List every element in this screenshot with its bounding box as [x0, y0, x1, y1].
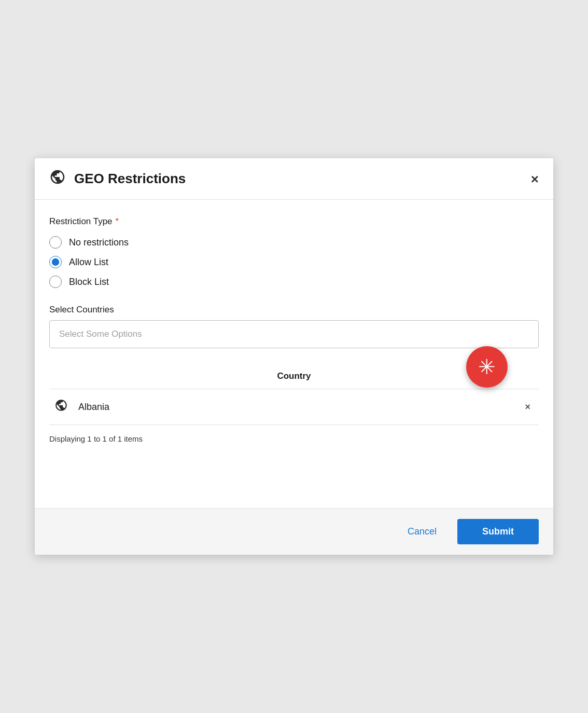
table-row: Albania × — [49, 389, 539, 425]
radio-allow-list-input[interactable] — [49, 256, 62, 268]
radio-allow-list[interactable]: Allow List — [49, 256, 539, 268]
restriction-type-label: Restriction Type * — [49, 216, 539, 227]
modal-footer: Cancel Submit — [35, 508, 553, 555]
countries-table: Country Albania × — [49, 365, 539, 425]
radio-allow-list-label: Allow List — [69, 257, 108, 268]
pagination-text: Displaying 1 to 1 of 1 items — [49, 434, 539, 443]
globe-icon-albania — [54, 399, 68, 415]
globe-icon-header — [49, 169, 66, 189]
snowflake-icon: ✳ — [478, 356, 496, 377]
modal-header: GEO Restrictions × — [35, 158, 553, 200]
radio-block-list[interactable]: Block List — [49, 276, 539, 288]
radio-no-restrictions-input[interactable] — [49, 236, 62, 249]
column-header-country: Country — [49, 365, 539, 389]
submit-button[interactable]: Submit — [457, 519, 539, 544]
select-placeholder: Select Some Options — [59, 329, 142, 339]
radio-block-list-label: Block List — [69, 277, 109, 287]
radio-group: No restrictions Allow List Block List — [49, 236, 539, 288]
country-name-albania: Albania — [78, 402, 522, 413]
close-button[interactable]: × — [531, 172, 539, 186]
required-star: * — [116, 216, 119, 227]
remove-albania-button[interactable]: × — [522, 402, 534, 413]
radio-block-list-input[interactable] — [49, 276, 62, 288]
geo-restrictions-modal: GEO Restrictions × Restriction Type * No… — [35, 158, 553, 555]
select-countries-label: Select Countries — [49, 305, 539, 315]
modal-title: GEO Restrictions — [74, 171, 531, 187]
fab-add-button[interactable]: ✳ — [466, 346, 508, 388]
radio-no-restrictions[interactable]: No restrictions — [49, 236, 539, 249]
country-row-albania: Albania × — [49, 389, 539, 424]
modal-body: Restriction Type * No restrictions Allow… — [35, 200, 553, 508]
radio-no-restrictions-label: No restrictions — [69, 237, 129, 248]
cancel-button[interactable]: Cancel — [395, 520, 449, 543]
select-countries-input[interactable]: Select Some Options — [49, 320, 539, 348]
